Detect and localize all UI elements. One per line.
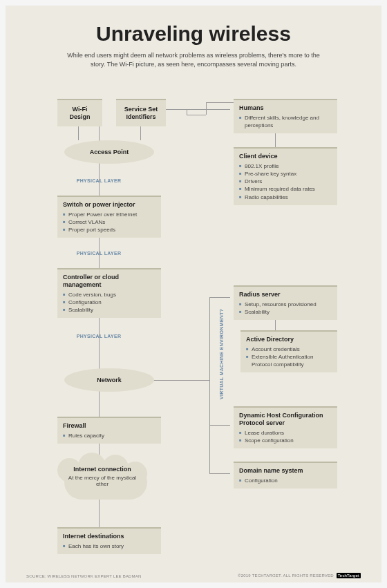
switch-item: Proper Power over Ethernet [63,211,155,218]
controller-item: Configuration [63,298,155,306]
switch-item: Correct VLANs [63,218,155,226]
connector [209,473,230,474]
client-item: Minimum required data rates [239,185,332,193]
vme-label: VIRTUAL MACHINE ENVIRONMENT? [219,309,224,399]
ad-item: Account credentials [246,345,332,353]
client-item: Drivers [239,178,332,185]
dhcp-box: Dynamic Host Configuration Protocol serv… [234,406,337,448]
firewall-title: Firewall [63,422,155,430]
client-item: 802.1X profile [239,162,332,170]
humans-title: Humans [239,104,332,112]
controller-item: Code version, bugs [63,291,155,298]
destinations-box: Internet destinations Each has its own s… [57,527,161,554]
dns-item: Configuration [239,477,332,484]
connector [187,109,187,115]
connector [209,297,210,473]
physical-layer-label: PHYSICAL LAYER [64,251,133,256]
firewall-box: Firewall Rules capacity [57,417,161,444]
dhcp-item: Scope configuration [239,437,332,444]
wifi-design-title: Wi-Fi Design [64,106,95,121]
wifi-design-box: Wi-Fi Design [57,99,102,126]
ad-item: Extensible Authentication Protocol compa… [246,353,332,368]
physical-layer-label: PHYSICAL LAYER [64,178,133,183]
connector [209,425,230,426]
page-title: Unraveling wireless [6,6,381,46]
connector [206,102,207,115]
internet-sub: At the mercy of the mystical ether [68,475,137,488]
destinations-item: Each has its own story [63,542,155,550]
switch-box: Switch or power injector Proper Power ov… [57,196,161,238]
radius-item: Scalability [239,308,332,316]
controller-item: Scalability [63,306,155,314]
access-point-ellipse: Access Point [64,140,154,164]
connector [209,297,230,298]
internet-content: Internet connection At the mercy of the … [68,466,137,488]
controller-title: Controller or cloud management [63,274,155,289]
connector [187,115,206,115]
internet-title: Internet connection [68,466,137,473]
humans-item: Different skills, knowledge and percepti… [239,114,332,129]
ad-title: Active Directory [246,336,332,343]
radius-item: Setup, resources provisioned [239,301,332,308]
connector [206,102,234,103]
firewall-item: Rules capacity [63,432,155,439]
physical-layer-label: PHYSICAL LAYER [64,334,133,339]
radius-box: Radius server Setup, resources provision… [234,285,337,320]
radius-title: Radius server [239,291,332,298]
ssid-box: Service Set Identifiers [116,99,166,126]
network-title: Network [97,377,122,384]
source-text: SOURCE: WIRELESS NETWORK EXPERT LEE BADM… [26,574,142,578]
dns-box: Domain name system Configuration [234,462,337,489]
ad-box: Active Directory Account credentials Ext… [240,330,337,372]
access-point-title: Access Point [90,149,129,156]
dhcp-title: Dynamic Host Configuration Protocol serv… [239,412,332,427]
page-subtitle: While end users might deem all network p… [6,46,381,68]
switch-title: Switch or power injector [63,201,155,209]
controller-box: Controller or cloud management Code vers… [57,268,161,318]
client-item: Pre-share key syntax [239,170,332,178]
diagram-page: Unraveling wireless While end users migh… [6,6,381,582]
dhcp-item: Lease durations [239,429,332,437]
copyright-text: ©2019 TECHTARGET. ALL RIGHTS RESERVED Te… [238,573,361,578]
client-title: Client device [239,153,332,160]
network-ellipse: Network [64,368,154,392]
connector [164,109,230,110]
destinations-title: Internet destinations [63,533,155,540]
client-item: Radio capabilities [239,193,332,201]
client-box: Client device 802.1X profile Pre-share k… [234,147,337,205]
switch-item: Proper port speeds [63,226,155,234]
techtarget-logo: TechTarget [337,573,361,578]
humans-box: Humans Different skills, knowledge and p… [234,99,337,133]
dns-title: Domain name system [239,467,332,475]
ssid-title: Service Set Identifiers [123,106,159,121]
